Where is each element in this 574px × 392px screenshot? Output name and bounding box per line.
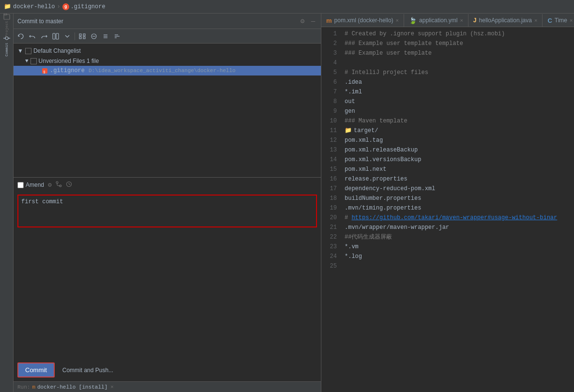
- code-line-21: .mvn/wrapper/maven-wrapper.jar: [345, 223, 570, 232]
- unversioned-expand-btn[interactable]: ▼: [25, 58, 29, 64]
- tab-java-icon: J: [473, 17, 477, 24]
- changelist-area: ▼ Default Changelist ▼ Unversioned Files…: [14, 44, 321, 177]
- commit-button[interactable]: Commit: [17, 362, 55, 377]
- tab-pom-close[interactable]: ×: [396, 17, 399, 23]
- undo-btn[interactable]: [27, 31, 38, 42]
- amend-label: Amend: [26, 181, 44, 188]
- code-line-8: out: [345, 97, 570, 106]
- svg-rect-5: [53, 33, 55, 39]
- svg-rect-10: [83, 37, 85, 39]
- expand-all-btn[interactable]: [100, 31, 111, 42]
- amend-checkbox-area: Amend: [17, 181, 44, 188]
- code-line-10: ### Maven template: [345, 116, 570, 126]
- commit-btn-row: Commit Commit and Push...: [14, 359, 321, 381]
- code-line-20: # https://github.com/takari/maven-wrappe…: [345, 213, 570, 223]
- breadcrumb-file[interactable]: g .gitignore: [62, 3, 106, 10]
- git-icon: g: [62, 3, 69, 10]
- code-line-14: pom.xml.versionsBackup: [345, 155, 570, 165]
- tab-pom[interactable]: m pom.xml (docker-hello) ×: [321, 14, 404, 27]
- commit-toolbar: [14, 29, 321, 44]
- run-label: Run:: [17, 384, 30, 390]
- tab-java[interactable]: J helloApplication.java ×: [468, 14, 543, 27]
- group-btn[interactable]: [77, 31, 88, 42]
- code-line-3: ### Example user template: [345, 48, 570, 58]
- file-row[interactable]: g .gitignore D:\idea_workspace_activiti_…: [14, 66, 321, 75]
- editor-content: 1 2 3 4 5 6 7 8 9 10 11 12 13 14 15 16 1…: [321, 27, 574, 392]
- run-close-btn[interactable]: ×: [110, 384, 114, 390]
- svg-rect-6: [56, 33, 59, 39]
- code-line-23: *.vm: [345, 242, 570, 252]
- editor-tabs: m pom.xml (docker-hello) × 🍃 application…: [321, 14, 574, 27]
- code-line-4: [345, 58, 570, 68]
- tab-time[interactable]: C Time ×: [543, 14, 574, 27]
- sidebar-item-project[interactable]: Project: [1, 15, 13, 35]
- code-line-16: release.properties: [345, 174, 570, 184]
- tab-appyml-close[interactable]: ×: [460, 17, 463, 23]
- code-line-25: [345, 261, 570, 271]
- breadcrumb-bar: 📁 docker-hello › g .gitignore: [0, 0, 574, 14]
- code-line-13: pom.xml.releaseBackup: [345, 145, 570, 155]
- changelist-checkbox[interactable]: [25, 48, 31, 54]
- commit-panel-title: Commit to master: [17, 18, 63, 25]
- project-label: Project: [4, 21, 9, 37]
- code-line-6: .idea: [345, 77, 570, 87]
- svg-rect-9: [79, 37, 81, 39]
- tab-pom-icon: m: [326, 17, 332, 24]
- gitignore-file-icon: g: [41, 67, 48, 74]
- toolbar-sep-1: [75, 32, 75, 40]
- line-numbers: 1 2 3 4 5 6 7 8 9 10 11 12 13 14 15 16 1…: [321, 27, 341, 392]
- tab-time-label: Time: [555, 17, 567, 24]
- code-line-19: .mvn/timing.properties: [345, 203, 570, 213]
- amend-history-icon[interactable]: [66, 181, 72, 189]
- code-line-5: # IntelliJ project files: [345, 68, 570, 77]
- folder-icon-11: 📁: [345, 126, 352, 136]
- maven-link[interactable]: https://github.com/takari/maven-wrapper#…: [351, 213, 557, 223]
- refresh-btn[interactable]: [15, 31, 26, 42]
- tab-appyml[interactable]: 🍃 application.yml ×: [404, 14, 468, 27]
- code-line-18: buildNumber.properties: [345, 194, 570, 203]
- code-line-17: dependency-reduced-pom.xml: [345, 184, 570, 194]
- tab-time-icon: C: [547, 17, 552, 24]
- amend-branch-icon[interactable]: [56, 181, 62, 189]
- diff-btn[interactable]: [50, 31, 61, 42]
- project-icon: [3, 14, 11, 20]
- tab-appyml-icon: 🍃: [409, 17, 417, 24]
- amend-checkbox[interactable]: [17, 182, 24, 188]
- down-btn[interactable]: [62, 31, 73, 42]
- sidebar-item-commit[interactable]: Commit: [1, 36, 13, 55]
- unversioned-label: Unversioned Files 1 file: [39, 58, 99, 64]
- spacer: [14, 229, 321, 359]
- code-line-7: *.iml: [345, 87, 570, 97]
- code-area: # Created by .ignore support plugin (hsz…: [341, 27, 574, 392]
- settings-icon[interactable]: ⚙: [299, 17, 306, 25]
- unversioned-checkbox[interactable]: [30, 58, 37, 64]
- file-path: D:\idea_workspace_activiti_change\docker…: [89, 68, 236, 74]
- tab-java-label: helloApplication.java: [479, 17, 532, 24]
- code-line-15: pom.xml.next: [345, 165, 570, 174]
- code-line-9: gen: [345, 106, 570, 116]
- file-checkbox[interactable]: [33, 68, 39, 74]
- tab-appyml-label: application.yml: [419, 17, 457, 24]
- sort-btn[interactable]: [112, 31, 122, 42]
- code-line-24: *.log: [345, 252, 570, 261]
- redo-btn[interactable]: [39, 31, 49, 42]
- commit-message-area: first commit: [17, 195, 317, 227]
- breadcrumb-separator: ›: [57, 3, 60, 10]
- breadcrumb-project[interactable]: 📁 docker-hello: [4, 3, 55, 10]
- tab-time-close[interactable]: ×: [570, 17, 573, 23]
- amend-section: Amend ⚙: [14, 177, 321, 193]
- svg-text:g: g: [43, 70, 45, 74]
- tab-pom-label: pom.xml (docker-hello): [334, 17, 393, 24]
- tab-java-close[interactable]: ×: [534, 17, 537, 23]
- svg-point-21: [56, 181, 58, 183]
- amend-settings-icon[interactable]: ⚙: [48, 181, 52, 189]
- svg-rect-7: [79, 34, 81, 36]
- file-name: .gitignore: [50, 67, 85, 74]
- commit-push-button[interactable]: Commit and Push...: [58, 364, 118, 377]
- minimize-icon[interactable]: —: [309, 17, 317, 25]
- commit-message-input[interactable]: first commit: [18, 196, 316, 225]
- changelist-name: Default Changelist: [33, 47, 81, 54]
- filter-btn[interactable]: [89, 31, 99, 42]
- changelist-expand-btn[interactable]: ▼: [17, 47, 23, 54]
- commit-label: Commit: [4, 43, 9, 57]
